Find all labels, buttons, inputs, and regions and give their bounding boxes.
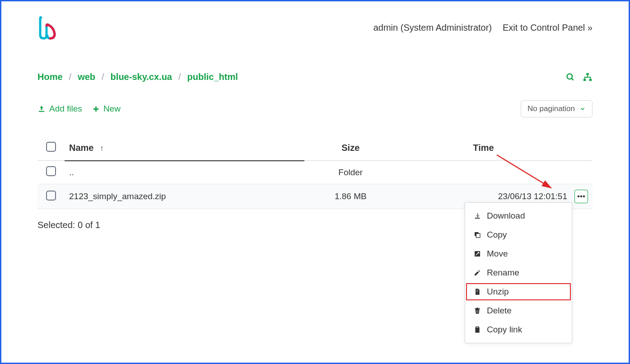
table-row[interactable]: .. Folder: [37, 161, 593, 184]
copy-icon: [473, 231, 481, 239]
breadcrumb-home[interactable]: Home: [37, 72, 63, 82]
row-checkbox[interactable]: [46, 191, 56, 201]
user-menu[interactable]: admin (System Administrator): [373, 23, 492, 33]
file-name[interactable]: 2123_simply_amazed.zip: [65, 184, 304, 209]
svg-rect-10: [477, 289, 477, 290]
svg-rect-4: [589, 79, 592, 81]
svg-rect-11: [477, 290, 478, 291]
breadcrumb-publichtml[interactable]: public_html: [187, 72, 238, 82]
clipboard-icon: [473, 326, 481, 334]
download-icon: [473, 212, 481, 220]
menu-unzip[interactable]: Unzip: [465, 282, 572, 301]
breadcrumb-domain[interactable]: blue-sky.cx.ua: [111, 72, 172, 82]
context-menu: Download Copy Move Rename Unzip Delete C…: [465, 202, 572, 343]
menu-copy[interactable]: Copy: [465, 225, 572, 244]
file-size: Folder: [304, 161, 397, 184]
svg-rect-12: [477, 291, 477, 292]
svg-rect-3: [583, 79, 586, 81]
search-icon[interactable]: [565, 72, 575, 82]
file-name[interactable]: ..: [65, 161, 304, 184]
new-button[interactable]: New: [92, 104, 121, 114]
sitemap-icon[interactable]: [583, 72, 593, 82]
menu-download[interactable]: Download: [465, 206, 572, 225]
menu-copy-link[interactable]: Copy link: [465, 320, 572, 339]
move-icon: [473, 250, 481, 258]
column-header-size[interactable]: Size: [304, 135, 397, 161]
file-table: Name ↑ Size Time .. Folder 2123_simply_a…: [37, 135, 593, 209]
menu-move[interactable]: Move: [465, 244, 572, 263]
menu-rename[interactable]: Rename: [465, 263, 572, 282]
svg-rect-2: [586, 73, 589, 75]
sort-ascending-icon: ↑: [100, 144, 104, 153]
rename-icon: [473, 269, 481, 277]
breadcrumb: Home / web / blue-sky.cx.ua / public_htm…: [37, 72, 238, 82]
upload-icon: [37, 105, 46, 113]
more-actions-button[interactable]: •••: [574, 190, 588, 203]
header: admin (System Administrator) Exit to Con…: [37, 15, 593, 40]
menu-delete[interactable]: Delete: [465, 301, 572, 320]
column-header-time[interactable]: Time: [397, 135, 570, 161]
unzip-icon: [473, 288, 481, 296]
plus-icon: [92, 105, 100, 113]
breadcrumb-web[interactable]: web: [78, 72, 95, 82]
exit-link[interactable]: Exit to Control Panel »: [503, 23, 593, 33]
column-header-name[interactable]: Name ↑: [65, 135, 304, 161]
chevron-down-icon: [579, 106, 586, 112]
svg-rect-16: [476, 327, 478, 328]
file-size: 1.86 MB: [304, 184, 397, 209]
logo[interactable]: [37, 15, 56, 40]
file-time: [397, 161, 570, 184]
row-checkbox[interactable]: [46, 166, 56, 176]
pagination-select[interactable]: No pagination: [521, 100, 593, 117]
add-files-button[interactable]: Add files: [37, 104, 82, 114]
svg-point-0: [567, 74, 573, 79]
svg-line-1: [572, 78, 574, 80]
svg-rect-8: [476, 233, 480, 238]
select-all-checkbox[interactable]: [46, 142, 56, 152]
delete-icon: [473, 307, 481, 315]
